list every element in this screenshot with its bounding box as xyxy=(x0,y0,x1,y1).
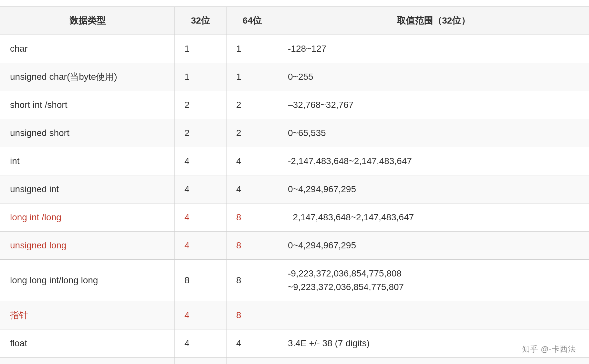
cell-type-int: int xyxy=(0,147,175,175)
cell-range-short-int: –32,768~32,767 xyxy=(278,91,589,119)
cell-type-long-long-int: long long int/long long xyxy=(0,260,175,301)
cell-64-int: 4 xyxy=(226,147,278,175)
table-row: unsigned char(当byte使用)110~255 xyxy=(0,63,589,91)
cell-64-unsigned-long: 8 xyxy=(226,232,278,260)
table-container: 数据类型 32位 64位 取值范围（32位） char11-128~127uns… xyxy=(0,0,589,364)
table-row: unsigned int440~4,294,967,295 xyxy=(0,175,589,203)
cell-range-unsigned-long: 0~4,294,967,295 xyxy=(278,232,589,260)
cell-64-unsigned-int: 4 xyxy=(226,175,278,203)
cell-type-double: double xyxy=(0,358,175,364)
cell-32-short-int: 2 xyxy=(175,91,226,119)
cell-type-short-int: short int /short xyxy=(0,91,175,119)
cell-range-int: -2,147,483,648~2,147,483,647 xyxy=(278,147,589,175)
cell-64-unsigned-char: 1 xyxy=(226,63,278,91)
cell-type-pointer: 指针 xyxy=(0,301,175,329)
cell-type-float: float xyxy=(0,329,175,358)
cell-64-long-int: 8 xyxy=(226,203,278,232)
cell-range-unsigned-int: 0~4,294,967,295 xyxy=(278,175,589,203)
table-row: char11-128~127 xyxy=(0,35,589,63)
cell-64-float: 4 xyxy=(226,329,278,358)
cell-32-char: 1 xyxy=(175,35,226,63)
data-types-table: 数据类型 32位 64位 取值范围（32位） char11-128~127uns… xyxy=(0,6,589,364)
header-bit64: 64位 xyxy=(226,7,278,35)
header-range: 取值范围（32位） xyxy=(278,7,589,35)
cell-32-float: 4 xyxy=(175,329,226,358)
table-row: unsigned long480~4,294,967,295 xyxy=(0,232,589,260)
cell-32-int: 4 xyxy=(175,147,226,175)
table-row: float443.4E +/- 38 (7 digits) xyxy=(0,329,589,358)
watermark-text: 知乎 @-卡西法 xyxy=(522,344,576,354)
cell-64-double: 8 xyxy=(226,358,278,364)
cell-type-unsigned-int: unsigned int xyxy=(0,175,175,203)
cell-64-long-long-int: 8 xyxy=(226,260,278,301)
cell-32-long-long-int: 8 xyxy=(175,260,226,301)
table-row: long int /long48–2,147,483,648~2,147,483… xyxy=(0,203,589,232)
cell-32-pointer: 4 xyxy=(175,301,226,329)
cell-type-unsigned-short: unsigned short xyxy=(0,119,175,147)
cell-64-char: 1 xyxy=(226,35,278,63)
cell-range-unsigned-short: 0~65,535 xyxy=(278,119,589,147)
cell-range-char: -128~127 xyxy=(278,35,589,63)
cell-64-short-int: 2 xyxy=(226,91,278,119)
table-row: double881.7E +/- 308 (15 digits) xyxy=(0,358,589,364)
header-type: 数据类型 xyxy=(0,7,175,35)
cell-64-pointer: 8 xyxy=(226,301,278,329)
table-row: long long int/long long88-9,223,372,036,… xyxy=(0,260,589,301)
cell-range-long-long-int: -9,223,372,036,854,775,808~9,223,372,036… xyxy=(278,260,589,301)
cell-32-unsigned-short: 2 xyxy=(175,119,226,147)
table-row: 指针48 xyxy=(0,301,589,329)
header-bit32: 32位 xyxy=(175,7,226,35)
cell-range-double: 1.7E +/- 308 (15 digits) xyxy=(278,358,589,364)
cell-32-unsigned-long: 4 xyxy=(175,232,226,260)
cell-64-unsigned-short: 2 xyxy=(226,119,278,147)
cell-type-long-int: long int /long xyxy=(0,203,175,232)
cell-32-unsigned-int: 4 xyxy=(175,175,226,203)
cell-32-long-int: 4 xyxy=(175,203,226,232)
cell-range-long-int: –2,147,483,648~2,147,483,647 xyxy=(278,203,589,232)
cell-32-unsigned-char: 1 xyxy=(175,63,226,91)
cell-type-unsigned-char: unsigned char(当byte使用) xyxy=(0,63,175,91)
cell-type-unsigned-long: unsigned long xyxy=(0,232,175,260)
table-header-row: 数据类型 32位 64位 取值范围（32位） xyxy=(0,7,589,35)
cell-32-double: 8 xyxy=(175,358,226,364)
table-row: short int /short22–32,768~32,767 xyxy=(0,91,589,119)
cell-type-char: char xyxy=(0,35,175,63)
table-row: unsigned short220~65,535 xyxy=(0,119,589,147)
cell-range-pointer xyxy=(278,301,589,329)
cell-range-unsigned-char: 0~255 xyxy=(278,63,589,91)
table-row: int44-2,147,483,648~2,147,483,647 xyxy=(0,147,589,175)
